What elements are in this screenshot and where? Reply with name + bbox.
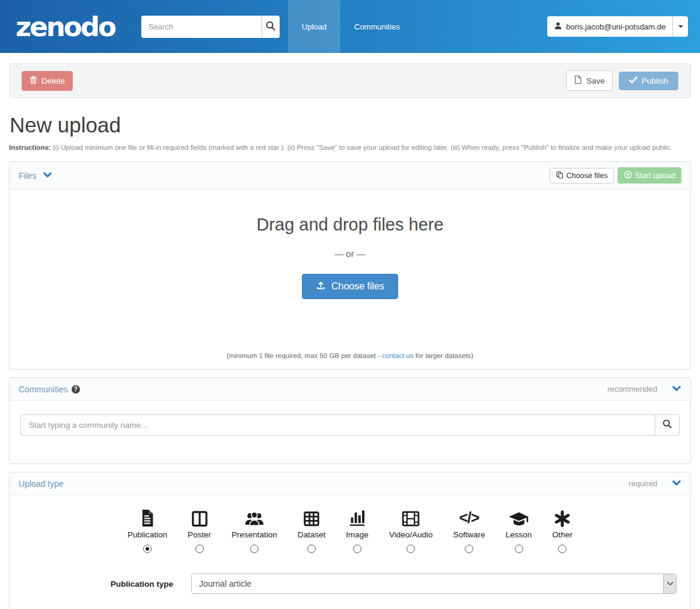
upload-type-label: Poster	[188, 530, 211, 539]
publish-label: Publish	[642, 76, 668, 85]
user-icon	[554, 22, 562, 32]
asterisk-icon	[552, 506, 573, 528]
instructions-text: (i) Upload minimum one file or fill-in r…	[51, 144, 672, 151]
upload-circle-icon	[624, 170, 632, 181]
upload-type-radio[interactable]	[250, 545, 259, 553]
choose-files-button[interactable]: Choose files	[302, 274, 398, 299]
upload-type-radio[interactable]	[407, 545, 415, 553]
instructions-label: Instructions:	[9, 144, 51, 151]
save-label: Save	[586, 76, 605, 85]
start-upload-button[interactable]: Start upload	[618, 167, 681, 184]
upload-type-radio[interactable]	[307, 545, 316, 553]
community-search-button[interactable]	[655, 414, 680, 436]
recommended-badge: recommended	[607, 385, 657, 394]
upload-type-label: Image	[346, 530, 369, 539]
tab-communities[interactable]: Communities	[340, 0, 414, 53]
delete-label: Delete	[41, 76, 65, 85]
file-icon	[574, 75, 582, 86]
upload-type-options: PublicationPosterPresentationDatasetImag…	[19, 506, 681, 555]
start-upload-label: Start upload	[635, 172, 675, 180]
upload-type-label: Presentation	[232, 530, 277, 539]
help-icon[interactable]: ?	[72, 385, 80, 394]
required-badge: required	[628, 479, 657, 488]
upload-type-poster[interactable]: Poster	[188, 506, 211, 555]
communities-panel: Communities ? recommended	[9, 377, 691, 464]
upload-type-radio[interactable]	[515, 545, 523, 553]
upload-type-panel-header: Upload type required	[10, 472, 690, 495]
search-icon	[662, 419, 672, 431]
communities-panel-title[interactable]: Communities	[19, 385, 68, 394]
upload-type-publication[interactable]: Publication	[127, 506, 167, 555]
upload-type-software[interactable]: </>Software	[453, 506, 485, 555]
upload-type-label: Other	[552, 530, 573, 539]
search-input[interactable]	[141, 16, 262, 38]
dropzone[interactable]: Drag and drop files here — or — Choose f…	[10, 190, 690, 369]
contact-us-link[interactable]: contact us	[382, 352, 413, 359]
upload-type-radio[interactable]	[143, 545, 152, 553]
graduation-cap-icon	[506, 506, 532, 528]
upload-type-video-audio[interactable]: Video/Audio	[389, 506, 433, 555]
search-button[interactable]	[262, 16, 280, 38]
instructions: Instructions: (i) Upload minimum one fil…	[9, 144, 691, 151]
upload-type-label: Video/Audio	[389, 530, 433, 539]
tab-upload[interactable]: Upload	[288, 0, 340, 53]
user-menu-main[interactable]: boris.jacob@uni-potsdam.de	[547, 16, 672, 37]
user-menu-button[interactable]: boris.jacob@uni-potsdam.de	[547, 16, 688, 37]
files-note-before: (minimum 1 file required, max 50 GB per …	[227, 352, 382, 359]
choose-files-big-label: Choose files	[331, 281, 384, 292]
dropzone-title: Drag and drop files here	[10, 215, 690, 235]
upload-type-image[interactable]: Image	[346, 506, 369, 555]
upload-type-radio[interactable]	[465, 545, 473, 553]
files-panel-title[interactable]: Files	[19, 171, 37, 181]
code-icon: </>	[453, 506, 485, 528]
file-text-icon	[127, 506, 167, 528]
files-note-after: for larger datasets)	[413, 352, 473, 359]
caret-down-icon	[678, 25, 683, 28]
user-email: boris.jacob@uni-potsdam.de	[566, 22, 666, 31]
publication-type-value: Journal article	[192, 574, 663, 593]
communities-panel-body	[10, 401, 690, 463]
upload-type-radio[interactable]	[353, 545, 361, 553]
upload-type-lesson[interactable]: Lesson	[506, 506, 532, 555]
upload-type-label: Lesson	[506, 530, 532, 539]
upload-type-label: Software	[453, 530, 485, 539]
upload-type-label: Dataset	[298, 530, 326, 539]
navbar: zenodo Upload Communities boris.jacob@un…	[0, 0, 700, 53]
columns-icon	[188, 506, 211, 528]
choose-files-header-button[interactable]: Choose files	[550, 168, 614, 184]
copy-icon	[556, 171, 563, 181]
delete-button[interactable]: Delete	[22, 71, 73, 91]
upload-type-dataset[interactable]: Dataset	[298, 506, 326, 555]
trash-icon	[29, 76, 37, 86]
choose-files-header-label: Choose files	[566, 172, 608, 180]
select-chevron-icon[interactable]	[663, 574, 676, 593]
upload-type-panel-title[interactable]: Upload type	[19, 479, 64, 489]
community-search-input[interactable]	[20, 414, 655, 436]
action-toolbar: Delete Save Publish	[9, 63, 691, 98]
upload-type-presentation[interactable]: Presentation	[232, 506, 277, 555]
table-icon	[298, 506, 326, 528]
chevron-down-icon[interactable]	[672, 478, 681, 489]
users-icon	[232, 506, 277, 528]
user-menu-caret[interactable]	[672, 16, 688, 37]
publication-type-row: Publication type Journal article	[19, 573, 681, 594]
publication-type-select[interactable]: Journal article	[191, 573, 677, 594]
upload-type-radio[interactable]	[195, 545, 204, 553]
upload-icon	[316, 280, 326, 292]
zenodo-logo[interactable]: zenodo	[16, 13, 115, 40]
chevron-down-icon[interactable]	[672, 384, 681, 395]
files-note: (minimum 1 file required, max 50 GB per …	[10, 352, 690, 359]
publish-button[interactable]: Publish	[619, 72, 678, 90]
chevron-down-icon[interactable]	[43, 170, 52, 181]
files-panel: Files Choose files Start upload	[9, 161, 691, 369]
upload-type-radio[interactable]	[558, 545, 566, 553]
communities-panel-header: Communities ? recommended	[10, 378, 690, 401]
bar-chart-icon	[346, 506, 369, 528]
upload-type-panel-body: PublicationPosterPresentationDatasetImag…	[10, 495, 690, 609]
upload-type-other[interactable]: Other	[552, 506, 573, 555]
save-button[interactable]: Save	[566, 70, 613, 91]
upload-type-panel: Upload type required PublicationPosterPr…	[9, 472, 691, 609]
navbar-tabs: Upload Communities	[288, 0, 414, 53]
search-icon	[265, 20, 276, 33]
publication-type-label: Publication type	[19, 580, 191, 589]
